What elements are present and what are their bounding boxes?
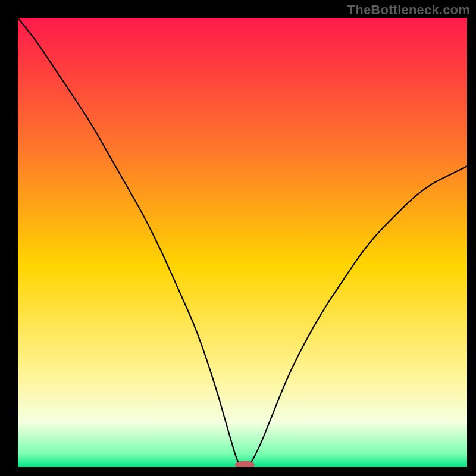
chart-frame: TheBottleneck.com [0, 0, 476, 476]
plot-area [18, 18, 467, 467]
chart-svg [18, 18, 467, 467]
watermark-text: TheBottleneck.com [347, 2, 470, 18]
gradient-background [18, 18, 467, 467]
